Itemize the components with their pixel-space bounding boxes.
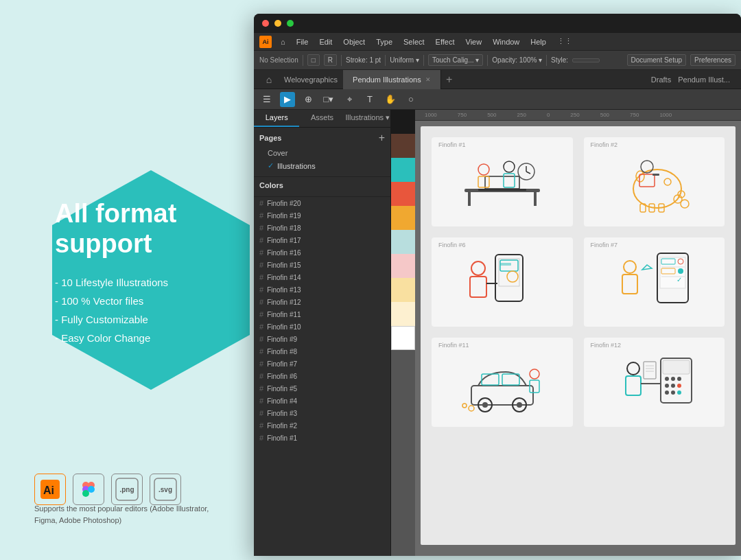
menu-view[interactable]: View [461,36,487,47]
layer-7[interactable]: # Finofin #7 [254,358,390,370]
layer-20[interactable]: # Finofin #20 [254,197,390,209]
circle-tool-icon[interactable]: ○ [403,92,419,107]
layer-10[interactable]: # Finofin #10 [254,320,390,333]
pen-tool-icon[interactable]: ⌖ [342,92,357,107]
svg-text:.svg: .svg [158,486,172,493]
layer-14[interactable]: # Finofin #14 [254,271,390,283]
page-cover[interactable]: Cover [259,147,385,159]
document-setup-btn[interactable]: Document Setup [627,54,687,66]
swatch-lightblue[interactable] [391,230,415,254]
layer-2[interactable]: # Finofin #2 [254,419,390,432]
layer-4[interactable]: # Finofin #4 [254,395,390,407]
svg-icon: .svg [150,474,181,505]
swatch-orange[interactable] [391,206,415,230]
layer-1[interactable]: # Finofin #1 [254,432,390,444]
menu-type[interactable]: Type [371,36,397,47]
close-dot[interactable] [262,20,269,27]
maximize-dot[interactable] [287,20,294,27]
layer-6[interactable]: # Finofin #6 [254,370,390,382]
layer-19[interactable]: # Finofin #19 [254,209,390,222]
svg-point-76 [677,390,681,395]
svg-point-25 [636,171,644,182]
new-tab-btn[interactable]: + [441,71,458,88]
swatch-lightyellow[interactable] [391,278,415,302]
ruler-horizontal: 1000 750 500 250 0 250 500 750 1000 [415,110,741,121]
style-selector[interactable] [572,58,600,62]
toolbar-sep-2 [341,55,342,66]
layer-9[interactable]: # Finofin #9 [254,333,390,345]
tab-layers[interactable]: Layers [254,110,299,127]
swatch-cream[interactable] [391,302,415,326]
feature-item-1: - 10 Lifestyle Illustrations [55,273,176,292]
preferences-btn[interactable]: Preferences [690,54,736,66]
svg-point-61 [517,402,522,408]
colors-section: Colors [254,177,390,197]
swatch-black[interactable] [391,110,415,134]
layer-8[interactable]: # Finofin #8 [254,345,390,358]
illus-cell-2: Finofin #2 [584,137,725,226]
menu-window[interactable]: Window [488,36,524,47]
fill-box[interactable]: R [324,54,337,66]
layer-5[interactable]: # Finofin #5 [254,382,390,395]
pages-title: Pages [259,134,281,142]
brush-selector[interactable]: Touch Calig... ▾ [428,54,483,66]
page-illustrations[interactable]: ✓ Illustrations [259,159,385,172]
crosshair-tool-icon[interactable]: ⊕ [301,92,316,107]
svg-rect-22 [504,174,515,187]
svg-rect-52 [622,275,637,294]
svg-point-73 [677,384,681,388]
tab-assets[interactable]: Assets [299,110,344,127]
tab-illustrations[interactable]: Illustrations ▾ [345,110,390,127]
menu-object[interactable]: Object [338,36,370,47]
workspace: Layers Assets Illustrations ▾ Pages + Co… [254,110,741,556]
layer-18[interactable]: # Finofin #18 [254,222,390,234]
tab-home-icon[interactable]: ⌂ [259,70,279,89]
select-tool-icon[interactable]: ▶ [280,92,295,107]
menu-help[interactable]: Help [526,36,551,47]
svg-rect-78 [626,376,641,395]
layer-15[interactable]: # Finofin #15 [254,259,390,271]
document-tab[interactable]: Pendum Illustrations ✕ [343,70,441,89]
pages-add-btn[interactable]: + [379,132,385,144]
stroke-box[interactable]: □ [307,54,320,66]
minimize-dot[interactable] [274,20,281,27]
hamburger-icon[interactable]: ☰ [259,92,274,107]
menu-home[interactable]: ⌂ [276,36,290,47]
illus-label-12: Finofin #12 [591,342,622,349]
svg-rect-38 [500,263,511,266]
swatch-teal[interactable] [391,158,415,182]
layer-3[interactable]: # Finofin #3 [254,407,390,419]
layer-11[interactable]: # Finofin #11 [254,308,390,320]
menu-file[interactable]: File [292,36,314,47]
svg-rect-57 [502,374,519,385]
hand-tool-icon[interactable]: ✋ [383,92,398,107]
svg-point-74 [665,390,669,395]
swatch-white[interactable] [391,326,415,350]
drafts-link[interactable]: Drafts [651,75,671,84]
svg-point-72 [671,384,675,388]
illus-cell-6: Finofin #6 [432,237,573,327]
toolbar-sep-3 [385,55,386,66]
layer-12[interactable]: # Finofin #12 [254,296,390,308]
text-tool-icon[interactable]: T [362,92,377,107]
svg-point-19 [478,164,489,175]
illus-label-7: Finofin #7 [591,242,618,248]
swatch-red[interactable] [391,182,415,206]
layer-13[interactable]: # Finofin #13 [254,283,390,296]
menu-grid-icon[interactable]: ⋮⋮ [552,36,577,47]
tab-close-btn[interactable]: ✕ [425,76,431,83]
illus-svg-7: ✓ [609,248,698,316]
layer-17[interactable]: # Finofin #17 [254,234,390,246]
shape-tool-icon[interactable]: □▾ [321,92,336,107]
swatch-brown[interactable] [391,134,415,158]
illus-svg-12 [609,348,698,417]
layer-16[interactable]: # Finofin #16 [254,246,390,259]
pages-section: Pages + Cover ✓ Illustrations [254,128,390,177]
menu-edit[interactable]: Edit [314,36,337,47]
swatch-lightpink[interactable] [391,254,415,278]
main-title: All format support [55,199,176,259]
cover-label: Cover [268,149,287,157]
menu-effect[interactable]: Effect [431,36,460,47]
svg-rect-20 [478,176,489,187]
menu-select[interactable]: Select [399,36,430,47]
